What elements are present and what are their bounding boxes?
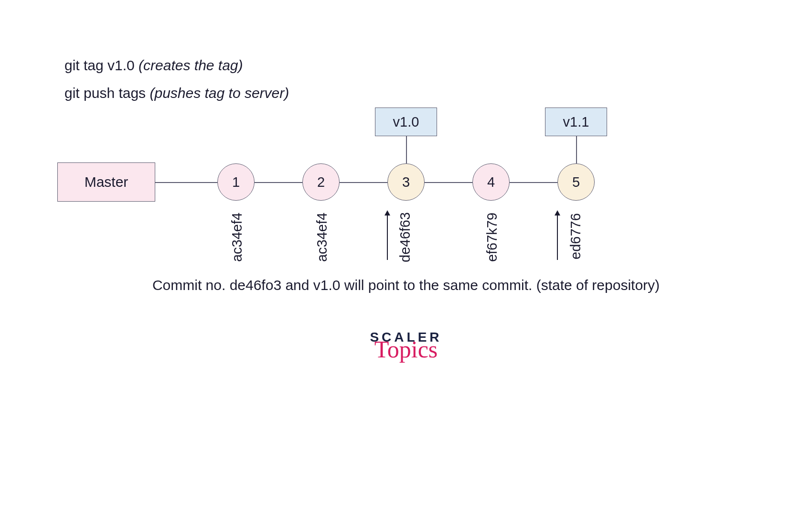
commit-hash-5: ed6776 [568, 213, 584, 259]
tag-label-2: v1.1 [563, 114, 589, 130]
command-2: git push tags [64, 85, 150, 101]
commit-num-1: 1 [232, 174, 240, 190]
tag-line-2 [576, 136, 577, 163]
commit-hash-2: ac34ef4 [314, 213, 330, 262]
commit-node-3: 3 [387, 163, 425, 201]
commit-num-5: 5 [572, 174, 580, 190]
command-1: git tag v1.0 [64, 57, 139, 73]
arrow-line-3 [387, 215, 388, 260]
scaler-logo: SCALER Topics [0, 330, 812, 363]
commit-num-2: 2 [317, 174, 325, 190]
arrow-head-3 [385, 210, 390, 215]
caption-text: Commit no. de46fo3 and v1.0 will point t… [0, 277, 812, 293]
logo-bottom-text: Topics [0, 335, 812, 363]
master-label: Master [85, 174, 128, 190]
commit-node-2: 2 [302, 163, 340, 201]
line-2-3 [340, 182, 387, 183]
line-3-4 [425, 182, 472, 183]
arrow-head-5 [555, 210, 560, 215]
command-lines: git tag v1.0 (creates the tag) git push … [64, 53, 289, 108]
command-2-annot: (pushes tag to server) [150, 85, 289, 101]
git-tag-diagram: Master 1 ac34ef4 2 ac34ef4 v1.0 3 de46f6… [48, 108, 669, 280]
commit-hash-3: de46f63 [397, 212, 413, 262]
line-1-2 [255, 182, 302, 183]
commit-num-4: 4 [487, 174, 495, 190]
tag-box-2: v1.1 [545, 108, 607, 136]
tag-label-1: v1.0 [393, 114, 419, 130]
tag-line-1 [406, 136, 407, 163]
line-master-1 [155, 182, 217, 183]
commit-hash-1: ac34ef4 [229, 213, 245, 262]
commit-num-3: 3 [402, 174, 410, 190]
commit-hash-4: ef67k79 [484, 213, 500, 262]
commit-node-1: 1 [217, 163, 255, 201]
tag-box-1: v1.0 [375, 108, 437, 136]
arrow-line-5 [557, 215, 558, 260]
master-branch-box: Master [57, 162, 155, 202]
command-1-annot: (creates the tag) [139, 57, 243, 73]
commit-node-4: 4 [472, 163, 510, 201]
commit-node-5: 5 [557, 163, 595, 201]
line-4-5 [510, 182, 557, 183]
